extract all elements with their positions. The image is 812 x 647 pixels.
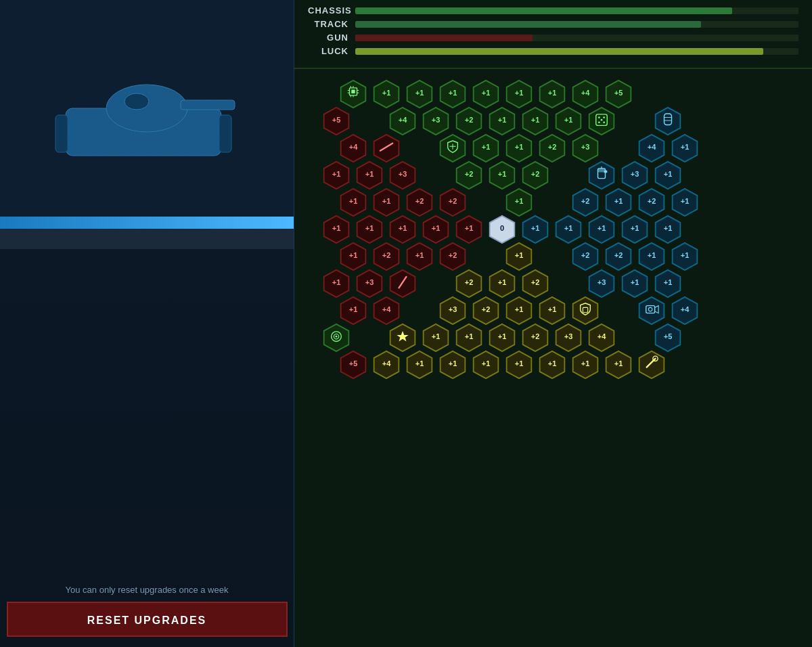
hex-cell-r9-c0[interactable] xyxy=(321,323,352,353)
hex-cell-r2-c2[interactable] xyxy=(371,133,402,163)
hex-cell-r2-c7[interactable]: +2 xyxy=(537,133,568,163)
hex-cell-r9-c8[interactable]: +4 xyxy=(586,323,617,353)
hex-cell-r8-c1[interactable]: +1 xyxy=(338,296,369,326)
hex-cell-r6-c1[interactable]: +1 xyxy=(338,242,369,271)
hex-cell-r4-c4[interactable]: +2 xyxy=(437,187,468,217)
hex-cell-r5-c5[interactable]: 0 xyxy=(487,215,518,244)
hex-cell-r1-c3[interactable]: +3 xyxy=(420,106,451,136)
hex-cell-r5-c2[interactable]: +1 xyxy=(387,215,418,244)
hex-cell-r4-c11[interactable]: +1 xyxy=(669,187,700,217)
hex-cell-r10-c8[interactable]: +1 xyxy=(570,350,601,380)
hex-cell-r3-c2[interactable]: +3 xyxy=(387,160,418,190)
hex-cell-r3-c10[interactable]: +1 xyxy=(652,160,683,190)
hex-cell-r1-c0[interactable]: +5 xyxy=(321,106,352,136)
hex-cell-r5-c4[interactable]: +1 xyxy=(453,215,484,244)
hex-cell-r4-c6[interactable]: +1 xyxy=(503,187,535,217)
hex-cell-r6-c11[interactable]: +1 xyxy=(669,242,700,271)
hex-cell-r0-c9[interactable]: +5 xyxy=(603,79,634,109)
hex-cell-r3-c4[interactable]: +2 xyxy=(453,160,484,190)
hex-cell-r8-c2[interactable]: +4 xyxy=(371,296,402,326)
hex-cell-r6-c4[interactable]: +2 xyxy=(437,242,468,271)
hex-cell-r7-c4[interactable]: +2 xyxy=(453,269,484,298)
hex-cell-r2-c4[interactable] xyxy=(437,133,468,163)
hex-cell-r9-c2[interactable] xyxy=(387,323,418,353)
hex-cell-r8-c4[interactable]: +3 xyxy=(437,296,468,326)
hex-cell-r2-c10[interactable]: +4 xyxy=(636,133,667,163)
hex-cell-r5-c8[interactable]: +1 xyxy=(586,215,617,244)
hex-cell-r10-c10[interactable] xyxy=(636,350,667,380)
hex-cell-r1-c2[interactable]: +4 xyxy=(387,106,418,136)
hex-cell-r5-c1[interactable]: +1 xyxy=(354,215,385,244)
hex-cell-r1-c4[interactable]: +2 xyxy=(453,106,484,136)
hex-cell-r8-c8[interactable] xyxy=(570,296,601,326)
hex-cell-r7-c0[interactable]: +1 xyxy=(321,269,352,298)
hex-cell-r3-c9[interactable]: +3 xyxy=(619,160,650,190)
hex-cell-r4-c3[interactable]: +2 xyxy=(404,187,435,217)
hex-cell-r10-c5[interactable]: +1 xyxy=(470,350,501,380)
hex-cell-r0-c3[interactable]: +1 xyxy=(404,79,435,109)
hex-cell-r0-c4[interactable]: +1 xyxy=(437,79,468,109)
hex-cell-r6-c2[interactable]: +2 xyxy=(371,242,402,271)
hex-cell-r9-c4[interactable]: +1 xyxy=(453,323,484,353)
hex-cell-r9-c6[interactable]: +2 xyxy=(520,323,551,353)
hex-cell-r3-c6[interactable]: +2 xyxy=(520,160,551,190)
hex-cell-r8-c7[interactable]: +1 xyxy=(537,296,568,326)
hex-cell-r4-c1[interactable]: +1 xyxy=(338,187,369,217)
hex-cell-r3-c1[interactable]: +1 xyxy=(354,160,385,190)
hex-cell-r6-c8[interactable]: +2 xyxy=(570,242,601,271)
hex-cell-r8-c11[interactable]: +4 xyxy=(669,296,700,326)
hex-cell-r0-c1[interactable] xyxy=(338,79,369,109)
hex-cell-r9-c5[interactable]: +1 xyxy=(487,323,518,353)
hex-cell-r5-c0[interactable]: +1 xyxy=(321,215,352,244)
hex-cell-r0-c2[interactable]: +1 xyxy=(371,79,402,109)
hex-cell-r6-c3[interactable]: +1 xyxy=(404,242,435,271)
hex-cell-r7-c2[interactable] xyxy=(387,269,418,298)
hex-cell-r5-c7[interactable]: +1 xyxy=(553,215,584,244)
hex-cell-r1-c10[interactable] xyxy=(652,106,683,136)
hex-cell-r10-c9[interactable]: +1 xyxy=(603,350,634,380)
hex-cell-r1-c8[interactable] xyxy=(586,106,617,136)
hex-cell-r0-c6[interactable]: +1 xyxy=(503,79,535,109)
hex-cell-r2-c1[interactable]: +4 xyxy=(338,133,369,163)
hex-cell-r0-c7[interactable]: +1 xyxy=(537,79,568,109)
hex-cell-r0-c5[interactable]: +1 xyxy=(470,79,501,109)
hex-cell-r10-c1[interactable]: +5 xyxy=(338,350,369,380)
hex-cell-r3-c0[interactable]: +1 xyxy=(321,160,352,190)
hex-cell-r7-c9[interactable]: +1 xyxy=(619,269,650,298)
hex-cell-r10-c4[interactable]: +1 xyxy=(437,350,468,380)
hex-cell-r2-c11[interactable]: +1 xyxy=(669,133,700,163)
hex-cell-r2-c6[interactable]: +1 xyxy=(503,133,535,163)
hex-cell-r9-c3[interactable]: +1 xyxy=(420,323,451,353)
hex-cell-r9-c10[interactable]: +5 xyxy=(652,323,683,353)
hex-cell-r6-c10[interactable]: +1 xyxy=(636,242,667,271)
hex-cell-r4-c10[interactable]: +2 xyxy=(636,187,667,217)
hex-cell-r10-c3[interactable]: +1 xyxy=(404,350,435,380)
hex-cell-r8-c10[interactable] xyxy=(636,296,667,326)
hex-cell-r10-c2[interactable]: +4 xyxy=(371,350,402,380)
hex-cell-r1-c6[interactable]: +1 xyxy=(520,106,551,136)
hex-cell-r4-c2[interactable]: +1 xyxy=(371,187,402,217)
hex-cell-r5-c10[interactable]: +1 xyxy=(652,215,683,244)
hex-cell-r8-c6[interactable]: +1 xyxy=(503,296,535,326)
hex-cell-r5-c9[interactable]: +1 xyxy=(619,215,650,244)
hex-cell-r1-c5[interactable]: +1 xyxy=(487,106,518,136)
reset-upgrades-button[interactable]: RESET UPGRADES xyxy=(7,602,288,637)
hex-cell-r2-c8[interactable]: +3 xyxy=(570,133,601,163)
hex-cell-r7-c10[interactable]: +1 xyxy=(652,269,683,298)
hex-cell-r7-c5[interactable]: +1 xyxy=(487,269,518,298)
hex-cell-r6-c6[interactable]: +1 xyxy=(503,242,535,271)
hex-cell-r2-c5[interactable]: +1 xyxy=(470,133,501,163)
hex-cell-r7-c1[interactable]: +3 xyxy=(354,269,385,298)
hex-cell-r9-c7[interactable]: +3 xyxy=(553,323,584,353)
hex-cell-r8-c5[interactable]: +2 xyxy=(470,296,501,326)
hex-cell-r0-c8[interactable]: +4 xyxy=(570,79,601,109)
hex-cell-r5-c3[interactable]: +1 xyxy=(420,215,451,244)
hex-cell-r10-c6[interactable]: +1 xyxy=(503,350,535,380)
hex-cell-r3-c5[interactable]: +1 xyxy=(487,160,518,190)
hex-cell-r7-c6[interactable]: +2 xyxy=(520,269,551,298)
hex-cell-r6-c9[interactable]: +2 xyxy=(603,242,634,271)
hex-cell-r4-c8[interactable]: +2 xyxy=(570,187,601,217)
hex-cell-r4-c9[interactable]: +1 xyxy=(603,187,634,217)
hex-cell-r3-c8[interactable] xyxy=(586,160,617,190)
hex-cell-r1-c7[interactable]: +1 xyxy=(553,106,584,136)
